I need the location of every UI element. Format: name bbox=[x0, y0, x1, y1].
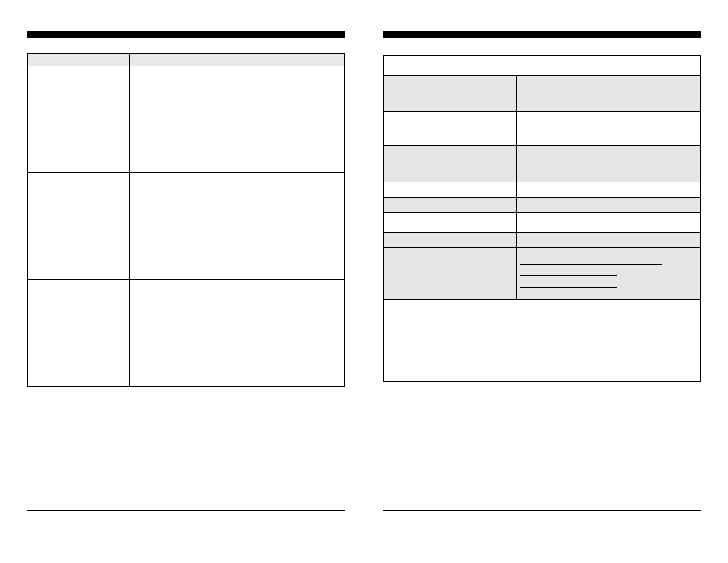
left-column bbox=[27, 31, 345, 511]
cell bbox=[28, 173, 130, 280]
cell bbox=[227, 280, 345, 387]
table-row bbox=[384, 112, 701, 146]
left-col-header-3 bbox=[227, 54, 345, 66]
left-header-bar bbox=[27, 31, 345, 38]
row-label bbox=[384, 198, 517, 213]
cell bbox=[227, 66, 345, 173]
document-page bbox=[0, 0, 728, 534]
table-row bbox=[28, 173, 345, 280]
row-value bbox=[517, 198, 701, 213]
row-value bbox=[517, 182, 701, 198]
row-label bbox=[384, 213, 517, 233]
row-label bbox=[384, 182, 517, 198]
cell bbox=[227, 173, 345, 280]
table-row bbox=[28, 280, 345, 387]
row-value bbox=[517, 146, 701, 182]
footer-cell bbox=[384, 300, 701, 382]
table-row bbox=[384, 182, 701, 198]
right-section-label bbox=[398, 46, 467, 47]
table-row bbox=[384, 146, 701, 182]
left-table-header-row bbox=[28, 54, 345, 66]
left-grid-table bbox=[27, 53, 345, 387]
row-label bbox=[384, 76, 517, 112]
list-item bbox=[520, 279, 617, 288]
row-label bbox=[384, 248, 517, 300]
table-row bbox=[28, 66, 345, 173]
cell bbox=[129, 280, 227, 387]
row-list-cell bbox=[517, 248, 701, 300]
row-value bbox=[517, 233, 701, 248]
left-footer-rule bbox=[27, 510, 345, 511]
row-label bbox=[384, 112, 517, 146]
table-row bbox=[384, 76, 701, 112]
cell bbox=[28, 66, 130, 173]
row-value bbox=[517, 213, 701, 233]
table-row bbox=[384, 198, 701, 213]
row-value bbox=[517, 112, 701, 146]
left-col-header-2 bbox=[129, 54, 227, 66]
table-row-list bbox=[384, 248, 701, 300]
cell bbox=[28, 280, 130, 387]
cell bbox=[129, 66, 227, 173]
right-header-bar bbox=[383, 31, 701, 38]
right-table-caption-row bbox=[384, 56, 701, 76]
table-row-footer bbox=[384, 300, 701, 382]
table-row bbox=[384, 213, 701, 233]
right-footer-rule bbox=[383, 510, 701, 511]
row-label bbox=[384, 146, 517, 182]
right-table-caption bbox=[384, 56, 701, 76]
left-col-header-1 bbox=[28, 54, 130, 66]
table-row bbox=[384, 233, 701, 248]
row-value bbox=[517, 76, 701, 112]
cell bbox=[129, 173, 227, 280]
right-detail-table bbox=[383, 55, 701, 382]
right-column bbox=[383, 31, 701, 511]
list-item bbox=[520, 256, 661, 265]
row-label bbox=[384, 233, 517, 248]
list-item bbox=[520, 268, 617, 276]
